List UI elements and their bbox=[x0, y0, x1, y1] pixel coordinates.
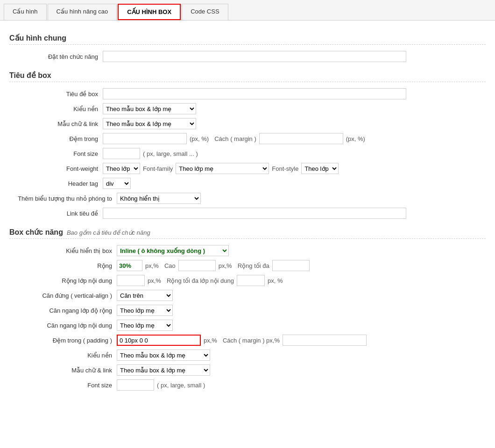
label-mau-chu-link-box: Mẫu chữ & link bbox=[9, 367, 117, 374]
row-header-tag: Header tag div bbox=[9, 177, 486, 189]
unit-dem-trong-padding: px,% bbox=[204, 337, 217, 344]
select-mau-chu-link-box[interactable]: Theo mẫu box & lớp mẹ bbox=[117, 364, 210, 376]
select-font-weight[interactable]: Theo lớp mẹ bbox=[103, 163, 140, 174]
input-tieu-de-box[interactable] bbox=[103, 88, 406, 99]
label-rong-lop-noi-dung: Rộng lớp nội dung bbox=[9, 277, 117, 284]
select-kieu-nen-box[interactable]: Theo mẫu box & lớp mẹ bbox=[117, 350, 210, 361]
select-header-tag[interactable]: div bbox=[103, 178, 131, 189]
row-kieu-nen: Kiểu nền Theo mẫu box & lớp mẹ bbox=[9, 103, 486, 115]
row-font-size-box: Font size ( px, large, small ) bbox=[9, 379, 486, 391]
input-font-size-box[interactable] bbox=[117, 379, 154, 391]
row-can-dung: Căn đứng ( vertical-align ) Căn trên bbox=[9, 289, 486, 301]
row-can-ngang-lop-noi-dung: Căn ngang lớp nội dung Theo lớp mẹ bbox=[9, 319, 486, 331]
row-mau-chu-link: Mẫu chữ & link Theo mẫu box & lớp mẹ bbox=[9, 118, 486, 130]
row-dat-ten-chuc-nang: Đặt tên chức năng bbox=[9, 50, 486, 63]
section-tieu-de-box-title: Tiêu đề box bbox=[9, 71, 486, 82]
input-rong-toi-da[interactable] bbox=[272, 260, 310, 271]
row-them-bieu-tuong: Thêm biểu tượng thu nhỏ phóng to Không h… bbox=[9, 192, 486, 204]
select-font-family[interactable]: Theo lớp mẹ bbox=[176, 163, 269, 174]
section-box-chuc-nang-subtitle: Bao gồm cả tiêu đề chức năng bbox=[67, 229, 150, 236]
label-tieu-de-box: Tiêu đề box bbox=[9, 91, 103, 98]
label-font-style: Font-style bbox=[272, 165, 298, 172]
label-rong-toi-da: Rộng tối đa bbox=[238, 262, 269, 269]
label-rong-toi-da-lop: Rộng tối đa lớp nội dung bbox=[167, 277, 234, 284]
select-them-bieu-tuong[interactable]: Không hiển thị bbox=[117, 193, 201, 204]
input-cao[interactable] bbox=[178, 260, 216, 271]
unit-rong-lop: px,% bbox=[148, 277, 161, 284]
row-tieu-de-box: Tiêu đề box bbox=[9, 88, 486, 100]
tab-cau-hinh-nang-cao[interactable]: Cấu hình nâng cao bbox=[48, 4, 117, 20]
input-rong-toi-da-lop[interactable] bbox=[237, 275, 265, 286]
label-dat-ten-chuc-nang: Đặt tên chức năng bbox=[9, 53, 103, 60]
section-box-chuc-nang-row: Box chức năng Bao gồm cả tiêu đề chức nă… bbox=[9, 228, 486, 239]
label-dem-trong-tieu-de: Đệm trong bbox=[9, 135, 103, 142]
tab-cau-hinh[interactable]: Cấu hình bbox=[4, 4, 47, 20]
label-font-family: Font-family bbox=[143, 165, 173, 172]
label-link-tieu-de: Link tiêu đề bbox=[9, 210, 103, 217]
unit-font-size-box: ( px, large, small ) bbox=[157, 382, 205, 389]
row-rong-lop-noi-dung: Rộng lớp nội dung px,% Rộng tối đa lớp n… bbox=[9, 274, 486, 287]
row-dem-trong-padding: Đệm trong ( padding ) px,% Cách ( margin… bbox=[9, 334, 486, 346]
unit-rong-toi-da-lop: px, % bbox=[268, 277, 283, 284]
label-them-bieu-tuong: Thêm biểu tượng thu nhỏ phóng to bbox=[9, 195, 117, 202]
main-content: Cấu hình chung Đặt tên chức năng Tiêu đề… bbox=[0, 21, 495, 403]
label-font-weight-tieu-de: Font-weight bbox=[9, 165, 103, 172]
input-dat-ten-chuc-nang[interactable] bbox=[103, 51, 406, 62]
row-font-weight-tieu-de: Font-weight Theo lớp mẹ Font-family Theo… bbox=[9, 162, 486, 175]
row-kieu-nen-box: Kiểu nền Theo mẫu box & lớp mẹ bbox=[9, 349, 486, 361]
tab-cau-hinh-box[interactable]: CẤU HÌNH BOX bbox=[118, 4, 181, 20]
unit-font-size: ( px, large, small ... ) bbox=[143, 150, 198, 157]
select-font-style[interactable]: Theo lớp mẹ bbox=[301, 163, 339, 174]
select-can-dung[interactable]: Căn trên bbox=[117, 290, 173, 301]
label-cach-margin-box: Cách ( margin ) px,% bbox=[223, 337, 280, 344]
input-dem-trong-tieu-de[interactable] bbox=[103, 133, 187, 144]
label-kieu-hien-thi-box: Kiểu hiển thị box bbox=[9, 247, 117, 254]
input-rong[interactable] bbox=[117, 260, 142, 271]
select-can-ngang-lop-do-rong[interactable]: Theo lớp mẹ bbox=[117, 305, 173, 316]
label-mau-chu-link: Mẫu chữ & link bbox=[9, 120, 103, 127]
select-can-ngang-lop-noi-dung[interactable]: Theo lớp mẹ bbox=[117, 320, 173, 331]
row-kieu-hien-thi-box: Kiểu hiển thị box Inline ( ô không xuống… bbox=[9, 245, 486, 257]
input-cach-margin-box[interactable] bbox=[283, 335, 367, 346]
label-rong: Rộng bbox=[9, 262, 117, 269]
section-box-chuc-nang-title: Box chức năng bbox=[9, 228, 63, 237]
label-kieu-nen: Kiểu nền bbox=[9, 105, 103, 112]
input-dem-trong-padding[interactable] bbox=[117, 335, 201, 346]
label-font-size-tieu-de: Font size bbox=[9, 150, 103, 157]
label-can-dung: Căn đứng ( vertical-align ) bbox=[9, 292, 117, 299]
input-cach-margin-tieu-de[interactable] bbox=[259, 133, 343, 144]
row-mau-chu-link-box: Mẫu chữ & link Theo mẫu box & lớp mẹ bbox=[9, 364, 486, 376]
unit-rong: px,% bbox=[145, 262, 159, 269]
label-header-tag: Header tag bbox=[9, 180, 103, 187]
select-mau-chu-link[interactable]: Theo mẫu box & lớp mẹ bbox=[103, 118, 196, 129]
select-kieu-nen[interactable]: Theo mẫu box & lớp mẹ bbox=[103, 103, 196, 114]
unit-cao: px,% bbox=[219, 262, 232, 269]
unit-cach: (px, %) bbox=[346, 135, 365, 142]
tab-code-css[interactable]: Code CSS bbox=[182, 4, 228, 20]
select-kieu-hien-thi-box[interactable]: Inline ( ô không xuống dòng ) bbox=[117, 245, 229, 256]
section-cau-hinh-chung-title: Cấu hình chung bbox=[9, 34, 486, 45]
input-link-tieu-de[interactable] bbox=[103, 208, 406, 219]
row-dem-trong-tieu-de: Đệm trong (px, %) Cách ( margin ) (px, %… bbox=[9, 133, 486, 145]
label-dem-trong-padding: Đệm trong ( padding ) bbox=[9, 337, 117, 344]
row-can-ngang-lop-do-rong: Căn ngang lớp độ rộng Theo lớp mẹ bbox=[9, 304, 486, 316]
row-link-tieu-de: Link tiêu đề bbox=[9, 207, 486, 219]
label-can-ngang-lop-do-rong: Căn ngang lớp độ rộng bbox=[9, 307, 117, 314]
row-font-size-tieu-de: Font size ( px, large, small ... ) bbox=[9, 147, 486, 160]
label-cach-margin: Cách ( margin ) bbox=[214, 135, 256, 142]
label-cao: Cao bbox=[164, 262, 176, 269]
label-can-ngang-lop-noi-dung: Căn ngang lớp nội dung bbox=[9, 322, 117, 329]
label-kieu-nen-box: Kiểu nền bbox=[9, 352, 117, 359]
row-rong: Rộng px,% Cao px,% Rộng tối đa bbox=[9, 259, 486, 272]
input-rong-lop-noi-dung[interactable] bbox=[117, 275, 145, 286]
tab-bar: Cấu hình Cấu hình nâng cao CẤU HÌNH BOX … bbox=[0, 0, 495, 21]
input-font-size-tieu-de[interactable] bbox=[103, 148, 140, 159]
label-font-size-box: Font size bbox=[9, 382, 117, 389]
unit-dem-trong: (px, %) bbox=[190, 135, 209, 142]
